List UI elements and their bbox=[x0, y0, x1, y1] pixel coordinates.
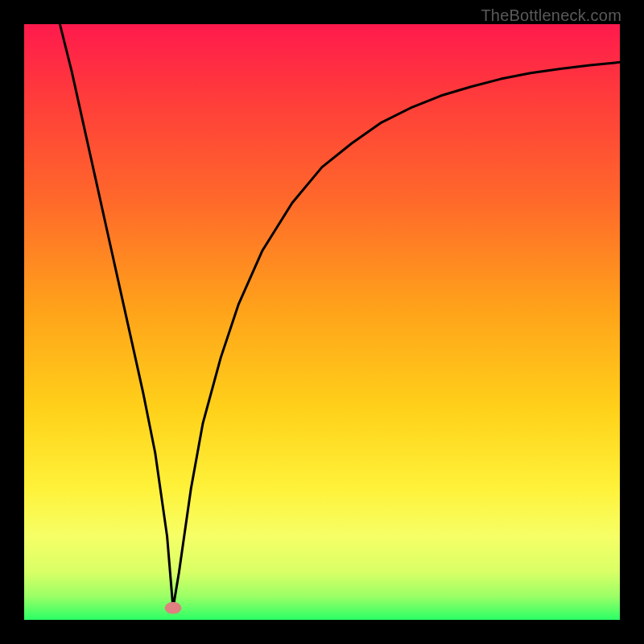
chart-svg bbox=[24, 24, 620, 620]
minimum-marker bbox=[165, 602, 182, 614]
watermark-text: TheBottleneck.com bbox=[481, 6, 621, 25]
chart-frame bbox=[24, 24, 620, 620]
chart-background bbox=[24, 24, 620, 620]
